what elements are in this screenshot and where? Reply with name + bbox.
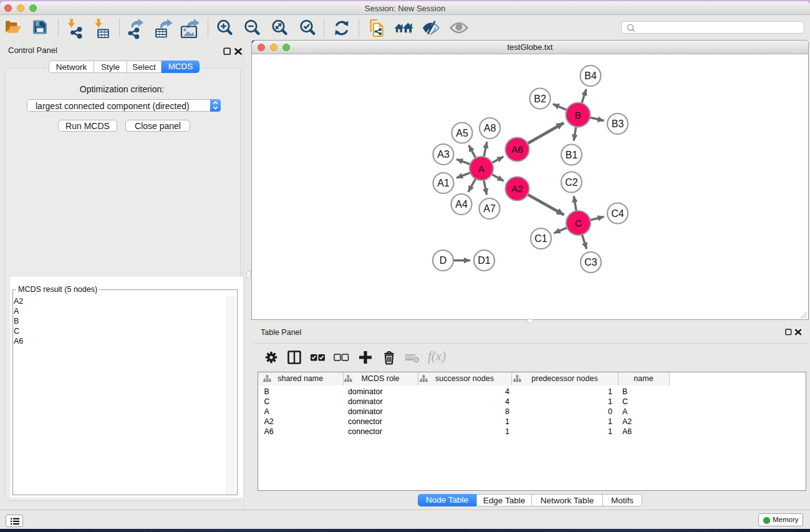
svg-text:A5: A5 — [456, 128, 468, 138]
svg-text:B1: B1 — [566, 150, 578, 160]
svg-text:A6: A6 — [511, 144, 523, 155]
svg-text:D1: D1 — [478, 255, 491, 266]
svg-text:C4: C4 — [611, 208, 624, 219]
svg-text:C3: C3 — [584, 257, 597, 268]
svg-text:B: B — [575, 110, 581, 120]
svg-text:A7: A7 — [483, 203, 496, 214]
svg-text:C: C — [575, 218, 582, 228]
svg-text:A3: A3 — [437, 149, 450, 160]
svg-text:C1: C1 — [534, 233, 547, 244]
svg-text:A: A — [478, 163, 485, 174]
svg-text:A4: A4 — [455, 199, 468, 210]
svg-text:D: D — [440, 255, 447, 266]
svg-text:C2: C2 — [565, 177, 578, 188]
svg-text:B4: B4 — [584, 70, 597, 81]
svg-text:A2: A2 — [511, 183, 523, 194]
svg-text:A8: A8 — [484, 123, 496, 133]
svg-text:B3: B3 — [612, 118, 624, 129]
svg-text:B2: B2 — [534, 94, 546, 104]
svg-text:A1: A1 — [437, 178, 450, 188]
